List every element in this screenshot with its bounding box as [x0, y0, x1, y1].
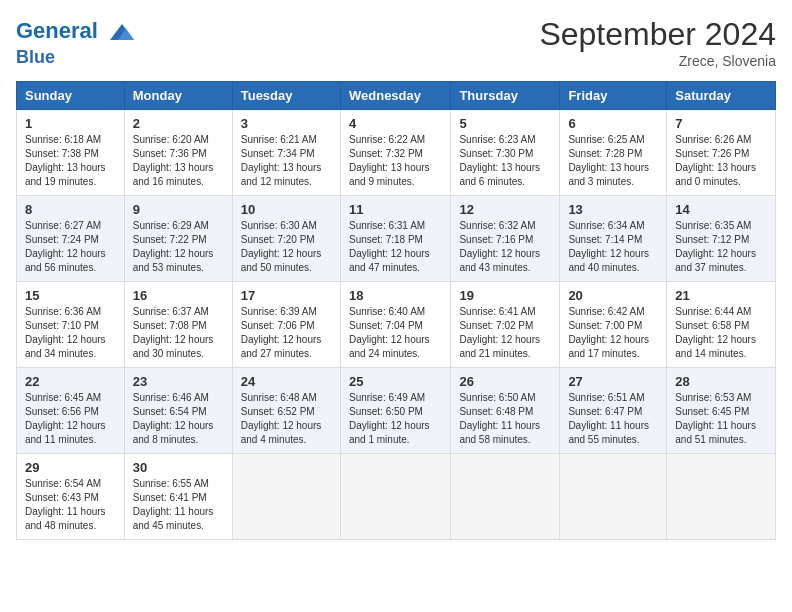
weekday-header-wednesday: Wednesday — [340, 82, 450, 110]
day-cell-15: 15 Sunrise: 6:36 AMSunset: 7:10 PMDaylig… — [17, 282, 125, 368]
weekday-header-sunday: Sunday — [17, 82, 125, 110]
day-number: 5 — [459, 116, 551, 131]
calendar-week-5: 29 Sunrise: 6:54 AMSunset: 6:43 PMDaylig… — [17, 454, 776, 540]
day-cell-12: 12 Sunrise: 6:32 AMSunset: 7:16 PMDaylig… — [451, 196, 560, 282]
day-cell-2: 2 Sunrise: 6:20 AMSunset: 7:36 PMDayligh… — [124, 110, 232, 196]
day-info: Sunrise: 6:36 AMSunset: 7:10 PMDaylight:… — [25, 306, 106, 359]
day-info: Sunrise: 6:26 AMSunset: 7:26 PMDaylight:… — [675, 134, 756, 187]
day-number: 15 — [25, 288, 116, 303]
day-info: Sunrise: 6:18 AMSunset: 7:38 PMDaylight:… — [25, 134, 106, 187]
day-cell-16: 16 Sunrise: 6:37 AMSunset: 7:08 PMDaylig… — [124, 282, 232, 368]
calendar-week-3: 15 Sunrise: 6:36 AMSunset: 7:10 PMDaylig… — [17, 282, 776, 368]
day-cell-27: 27 Sunrise: 6:51 AMSunset: 6:47 PMDaylig… — [560, 368, 667, 454]
weekday-header-saturday: Saturday — [667, 82, 776, 110]
day-number: 17 — [241, 288, 332, 303]
weekday-header-friday: Friday — [560, 82, 667, 110]
day-number: 9 — [133, 202, 224, 217]
day-cell-28: 28 Sunrise: 6:53 AMSunset: 6:45 PMDaylig… — [667, 368, 776, 454]
day-number: 1 — [25, 116, 116, 131]
day-number: 13 — [568, 202, 658, 217]
empty-cell — [560, 454, 667, 540]
day-number: 2 — [133, 116, 224, 131]
day-number: 23 — [133, 374, 224, 389]
calendar-week-4: 22 Sunrise: 6:45 AMSunset: 6:56 PMDaylig… — [17, 368, 776, 454]
day-info: Sunrise: 6:48 AMSunset: 6:52 PMDaylight:… — [241, 392, 322, 445]
day-cell-10: 10 Sunrise: 6:30 AMSunset: 7:20 PMDaylig… — [232, 196, 340, 282]
day-info: Sunrise: 6:39 AMSunset: 7:06 PMDaylight:… — [241, 306, 322, 359]
day-cell-9: 9 Sunrise: 6:29 AMSunset: 7:22 PMDayligh… — [124, 196, 232, 282]
day-info: Sunrise: 6:37 AMSunset: 7:08 PMDaylight:… — [133, 306, 214, 359]
day-info: Sunrise: 6:21 AMSunset: 7:34 PMDaylight:… — [241, 134, 322, 187]
day-number: 30 — [133, 460, 224, 475]
day-info: Sunrise: 6:34 AMSunset: 7:14 PMDaylight:… — [568, 220, 649, 273]
day-info: Sunrise: 6:25 AMSunset: 7:28 PMDaylight:… — [568, 134, 649, 187]
day-info: Sunrise: 6:54 AMSunset: 6:43 PMDaylight:… — [25, 478, 106, 531]
day-info: Sunrise: 6:23 AMSunset: 7:30 PMDaylight:… — [459, 134, 540, 187]
calendar-table: SundayMondayTuesdayWednesdayThursdayFrid… — [16, 81, 776, 540]
logo-text: General — [16, 16, 138, 48]
day-cell-19: 19 Sunrise: 6:41 AMSunset: 7:02 PMDaylig… — [451, 282, 560, 368]
day-cell-30: 30 Sunrise: 6:55 AMSunset: 6:41 PMDaylig… — [124, 454, 232, 540]
day-cell-5: 5 Sunrise: 6:23 AMSunset: 7:30 PMDayligh… — [451, 110, 560, 196]
day-cell-21: 21 Sunrise: 6:44 AMSunset: 6:58 PMDaylig… — [667, 282, 776, 368]
day-number: 6 — [568, 116, 658, 131]
day-cell-25: 25 Sunrise: 6:49 AMSunset: 6:50 PMDaylig… — [340, 368, 450, 454]
day-cell-6: 6 Sunrise: 6:25 AMSunset: 7:28 PMDayligh… — [560, 110, 667, 196]
day-number: 26 — [459, 374, 551, 389]
day-cell-13: 13 Sunrise: 6:34 AMSunset: 7:14 PMDaylig… — [560, 196, 667, 282]
day-number: 20 — [568, 288, 658, 303]
day-number: 21 — [675, 288, 767, 303]
day-info: Sunrise: 6:50 AMSunset: 6:48 PMDaylight:… — [459, 392, 540, 445]
day-number: 10 — [241, 202, 332, 217]
day-number: 14 — [675, 202, 767, 217]
title-block: September 2024 Zrece, Slovenia — [539, 16, 776, 69]
day-info: Sunrise: 6:51 AMSunset: 6:47 PMDaylight:… — [568, 392, 649, 445]
day-info: Sunrise: 6:29 AMSunset: 7:22 PMDaylight:… — [133, 220, 214, 273]
day-number: 11 — [349, 202, 442, 217]
day-number: 24 — [241, 374, 332, 389]
day-number: 7 — [675, 116, 767, 131]
day-info: Sunrise: 6:55 AMSunset: 6:41 PMDaylight:… — [133, 478, 214, 531]
day-number: 8 — [25, 202, 116, 217]
day-cell-29: 29 Sunrise: 6:54 AMSunset: 6:43 PMDaylig… — [17, 454, 125, 540]
day-cell-4: 4 Sunrise: 6:22 AMSunset: 7:32 PMDayligh… — [340, 110, 450, 196]
day-number: 18 — [349, 288, 442, 303]
logo: General Blue — [16, 16, 138, 68]
day-info: Sunrise: 6:35 AMSunset: 7:12 PMDaylight:… — [675, 220, 756, 273]
empty-cell — [340, 454, 450, 540]
day-number: 16 — [133, 288, 224, 303]
month-title: September 2024 — [539, 16, 776, 53]
logo-icon — [106, 16, 138, 48]
empty-cell — [667, 454, 776, 540]
day-number: 22 — [25, 374, 116, 389]
day-number: 19 — [459, 288, 551, 303]
page-header: General Blue September 2024 Zrece, Slove… — [16, 16, 776, 69]
day-info: Sunrise: 6:46 AMSunset: 6:54 PMDaylight:… — [133, 392, 214, 445]
day-number: 25 — [349, 374, 442, 389]
day-cell-7: 7 Sunrise: 6:26 AMSunset: 7:26 PMDayligh… — [667, 110, 776, 196]
day-cell-20: 20 Sunrise: 6:42 AMSunset: 7:00 PMDaylig… — [560, 282, 667, 368]
day-info: Sunrise: 6:31 AMSunset: 7:18 PMDaylight:… — [349, 220, 430, 273]
day-cell-14: 14 Sunrise: 6:35 AMSunset: 7:12 PMDaylig… — [667, 196, 776, 282]
day-number: 28 — [675, 374, 767, 389]
weekday-header-monday: Monday — [124, 82, 232, 110]
day-cell-3: 3 Sunrise: 6:21 AMSunset: 7:34 PMDayligh… — [232, 110, 340, 196]
day-cell-11: 11 Sunrise: 6:31 AMSunset: 7:18 PMDaylig… — [340, 196, 450, 282]
day-info: Sunrise: 6:44 AMSunset: 6:58 PMDaylight:… — [675, 306, 756, 359]
empty-cell — [451, 454, 560, 540]
day-number: 27 — [568, 374, 658, 389]
day-number: 12 — [459, 202, 551, 217]
weekday-header-tuesday: Tuesday — [232, 82, 340, 110]
day-cell-18: 18 Sunrise: 6:40 AMSunset: 7:04 PMDaylig… — [340, 282, 450, 368]
day-cell-22: 22 Sunrise: 6:45 AMSunset: 6:56 PMDaylig… — [17, 368, 125, 454]
day-number: 4 — [349, 116, 442, 131]
day-cell-8: 8 Sunrise: 6:27 AMSunset: 7:24 PMDayligh… — [17, 196, 125, 282]
day-cell-17: 17 Sunrise: 6:39 AMSunset: 7:06 PMDaylig… — [232, 282, 340, 368]
calendar-week-1: 1 Sunrise: 6:18 AMSunset: 7:38 PMDayligh… — [17, 110, 776, 196]
day-number: 3 — [241, 116, 332, 131]
day-info: Sunrise: 6:49 AMSunset: 6:50 PMDaylight:… — [349, 392, 430, 445]
day-cell-1: 1 Sunrise: 6:18 AMSunset: 7:38 PMDayligh… — [17, 110, 125, 196]
day-cell-24: 24 Sunrise: 6:48 AMSunset: 6:52 PMDaylig… — [232, 368, 340, 454]
day-info: Sunrise: 6:40 AMSunset: 7:04 PMDaylight:… — [349, 306, 430, 359]
empty-cell — [232, 454, 340, 540]
